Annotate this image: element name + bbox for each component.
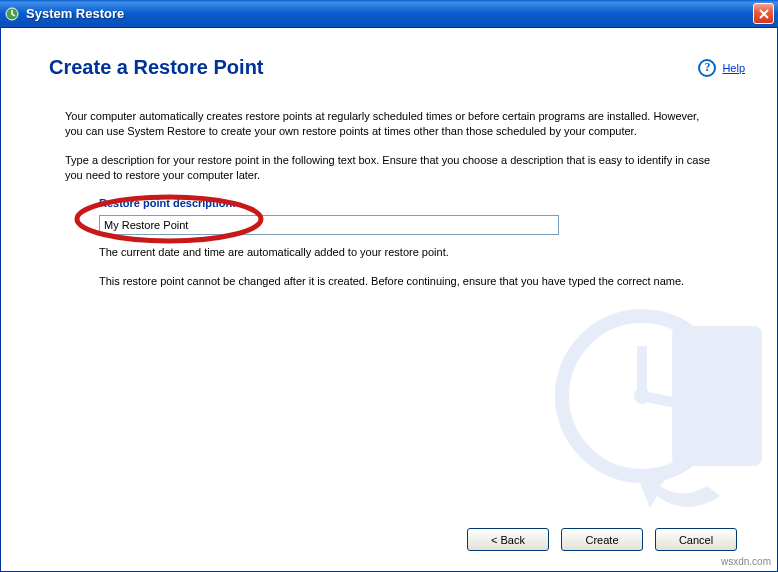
close-button[interactable]: [753, 3, 774, 24]
svg-line-6: [642, 396, 692, 406]
note-cannot-change: This restore point cannot be changed aft…: [99, 274, 713, 289]
watermark-clock-icon: [542, 286, 772, 516]
system-restore-icon: [4, 6, 20, 22]
intro-text-2: Type a description for your restore poin…: [65, 153, 713, 183]
create-button[interactable]: Create: [561, 528, 643, 551]
intro-text-1: Your computer automatically creates rest…: [65, 109, 713, 139]
button-row: < Back Create Cancel: [467, 528, 737, 551]
svg-point-4: [634, 388, 650, 404]
cancel-button[interactable]: Cancel: [655, 528, 737, 551]
note-auto-date: The current date and time are automatica…: [99, 245, 713, 260]
help-link[interactable]: Help: [722, 62, 745, 74]
page-title: Create a Restore Point: [49, 56, 264, 79]
description-input[interactable]: [99, 215, 559, 235]
svg-rect-2: [672, 326, 762, 466]
help-icon: ?: [698, 59, 716, 77]
content-area: Your computer automatically creates rest…: [1, 91, 777, 289]
svg-point-3: [562, 316, 722, 476]
description-label: Restore point description:: [99, 196, 713, 211]
titlebar: System Restore: [0, 0, 778, 28]
back-button[interactable]: < Back: [467, 528, 549, 551]
watermark-url: wsxdn.com: [721, 556, 771, 567]
window-title: System Restore: [26, 6, 753, 21]
window-body: Create a Restore Point ? Help Your compu…: [0, 28, 778, 572]
